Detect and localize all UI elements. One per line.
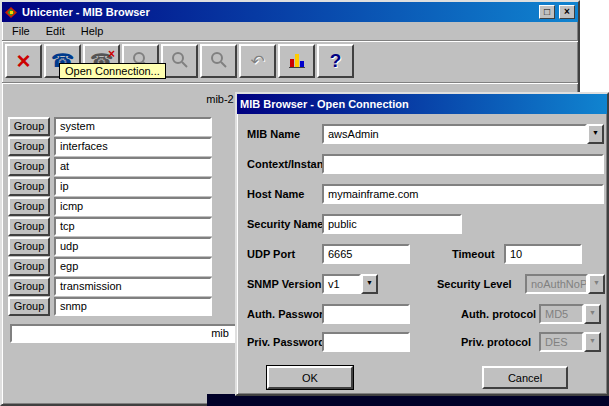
mib-name-combobox[interactable]: awsAdmin ▼ [322, 124, 604, 144]
udp-port-label: UDP Port [247, 244, 295, 264]
group-button-egp[interactable]: Group [8, 257, 50, 276]
group-name-at[interactable]: at [54, 157, 212, 176]
group-name-snmp[interactable]: snmp [54, 297, 212, 316]
udp-port-input[interactable] [322, 244, 410, 264]
close-connection-x-icon: × [108, 47, 115, 61]
main-titlebar[interactable]: Unicenter - MIB Browser □ × [2, 2, 578, 22]
group-button-system[interactable]: Group [8, 117, 50, 136]
group-row: Group udp [8, 236, 212, 256]
chevron-down-icon[interactable]: ▼ [361, 274, 378, 294]
snmp-version-value: v1 [322, 274, 361, 294]
walk-button [200, 44, 237, 78]
auth-password-input[interactable] [322, 304, 410, 324]
group-button-snmp[interactable]: Group [8, 297, 50, 316]
mib-name-label: MIB Name [247, 124, 300, 144]
auth-protocol-value: MD5 [539, 304, 584, 324]
group-row: Group ip [8, 176, 212, 196]
context-instance-input[interactable] [322, 154, 604, 174]
open-connection-dialog: MIB Browser - Open Connection MIB Name a… [235, 92, 609, 396]
host-name-label: Host Name [247, 184, 304, 204]
group-button-tcp[interactable]: Group [8, 217, 50, 236]
priv-protocol-combobox: DES ▼ [539, 332, 601, 352]
group-button-ip[interactable]: Group [8, 177, 50, 196]
group-row: Group tcp [8, 216, 212, 236]
security-level-combobox: noAuthNoPriv ▼ [525, 274, 605, 294]
menu-edit[interactable]: Edit [38, 23, 73, 39]
chevron-down-icon[interactable]: ▼ [587, 124, 604, 144]
chevron-down-icon: ▼ [584, 332, 601, 352]
group-name-egp[interactable]: egp [54, 257, 212, 276]
group-name-system[interactable]: system [54, 117, 212, 136]
group-button-icmp[interactable]: Group [8, 197, 50, 216]
magnifier-icon [171, 51, 189, 71]
group-button-transmission[interactable]: Group [8, 277, 50, 296]
priv-password-label: Priv. Password [247, 332, 325, 352]
graph-icon [288, 51, 306, 71]
priv-protocol-value: DES [539, 332, 584, 352]
snmp-version-label: SNMP Version [247, 274, 321, 294]
snmp-version-combobox[interactable]: v1 ▼ [322, 274, 378, 294]
group-name-udp[interactable]: udp [54, 237, 212, 256]
group-row: Group transmission [8, 276, 212, 296]
security-level-value: noAuthNoPriv [525, 274, 588, 294]
host-name-input[interactable] [322, 184, 604, 204]
group-row: Group snmp [8, 296, 212, 316]
exit-button[interactable]: × [5, 44, 42, 78]
menu-file[interactable]: File [4, 23, 38, 39]
get-next-button [161, 44, 198, 78]
group-button-interfaces[interactable]: Group [8, 137, 50, 156]
timeout-label: Timeout [452, 244, 495, 264]
group-row: Group egp [8, 256, 212, 276]
refresh-button: ↶ [239, 44, 276, 78]
security-level-label: Security Level [437, 274, 512, 294]
exit-icon: × [16, 51, 30, 71]
security-name-label: Security Name [247, 214, 323, 234]
group-button-at[interactable]: Group [8, 157, 50, 176]
group-row: Group at [8, 156, 212, 176]
close-button[interactable]: × [559, 5, 575, 19]
chevron-down-icon: ▼ [588, 274, 605, 294]
help-icon: ? [330, 50, 342, 72]
group-button-udp[interactable]: Group [8, 237, 50, 256]
auth-protocol-combobox: MD5 ▼ [539, 304, 601, 324]
dialog-titlebar[interactable]: MIB Browser - Open Connection [237, 94, 607, 114]
auth-password-label: Auth. Password [247, 304, 330, 324]
priv-password-input[interactable] [322, 332, 410, 352]
refresh-icon: ↶ [250, 51, 264, 72]
group-row: Group icmp [8, 196, 212, 216]
toolbar-divider [2, 82, 578, 84]
ok-button[interactable]: OK [267, 366, 353, 389]
group-name-transmission[interactable]: transmission [54, 277, 212, 296]
mib-name-value: awsAdmin [322, 124, 587, 144]
chevron-down-icon: ▼ [584, 304, 601, 324]
window-title: Unicenter - MIB Browser [22, 6, 535, 18]
group-name-icmp[interactable]: icmp [54, 197, 212, 216]
group-name-tcp[interactable]: tcp [54, 217, 212, 236]
cancel-button[interactable]: Cancel [482, 366, 568, 389]
group-name-ip[interactable]: ip [54, 177, 212, 196]
app-icon [5, 6, 18, 19]
graph-button[interactable] [278, 44, 315, 78]
security-name-input[interactable] [322, 214, 462, 234]
dialog-title: MIB Browser - Open Connection [240, 98, 604, 110]
priv-protocol-label: Priv. protocol [461, 332, 531, 352]
timeout-input[interactable] [504, 244, 582, 264]
menu-help[interactable]: Help [73, 23, 112, 39]
tooltip: Open Connection... [59, 63, 166, 79]
magnifier-icon [210, 51, 228, 71]
help-button[interactable]: ? [317, 44, 354, 78]
auth-protocol-label: Auth. protocol [461, 304, 536, 324]
group-name-interfaces[interactable]: interfaces [54, 137, 212, 156]
group-row: Group system [8, 116, 212, 136]
maximize-button[interactable]: □ [539, 5, 555, 19]
menu-bar: File Edit Help [2, 22, 578, 41]
group-row: Group interfaces [8, 136, 212, 156]
